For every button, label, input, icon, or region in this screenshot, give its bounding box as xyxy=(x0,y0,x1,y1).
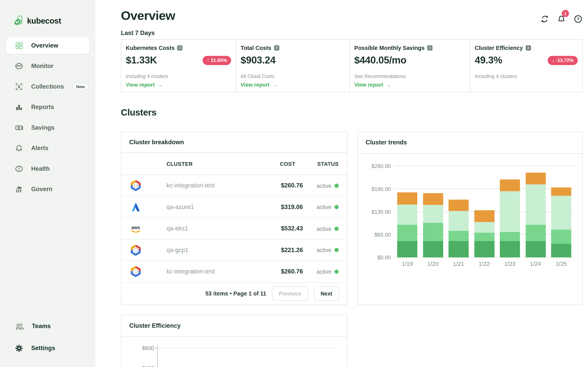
x-axis-tick-label: 1/21 xyxy=(449,260,469,267)
view-report-link[interactable]: View report→ xyxy=(241,82,345,88)
stat-card-title: Possible Monthly Savings xyxy=(354,44,425,51)
pagination: 53 items • Page 1 of 11 Previous Next xyxy=(121,283,347,305)
segment-dark-green xyxy=(449,241,469,257)
x-axis-tick-label: 1/24 xyxy=(526,260,546,267)
segment-dark-green xyxy=(423,241,443,257)
column-header-cost[interactable]: COST xyxy=(267,161,303,167)
refresh-icon[interactable] xyxy=(540,15,549,24)
segment-medium-green xyxy=(551,230,571,244)
column-header-cluster[interactable]: CLUSTER xyxy=(158,161,267,167)
arrow-right-icon: → xyxy=(386,82,391,88)
table-row[interactable]: qa-azure1 $319.06 active xyxy=(121,196,347,218)
segment-orange xyxy=(474,210,494,222)
next-page-button[interactable]: Next xyxy=(314,286,339,301)
stacked-bar-1-20 xyxy=(423,193,443,257)
sidebar-item-label: Govern xyxy=(31,186,52,193)
table-row[interactable]: qa-gcp1 $221.26 active xyxy=(121,240,347,261)
table-row[interactable]: kc-integration-test $260.76 active xyxy=(121,261,347,282)
y-axis-tick-label: $130.00 xyxy=(372,209,391,215)
segment-dark-green xyxy=(551,244,571,258)
efficiency-y-axis xyxy=(157,345,158,367)
sidebar: kubecost OverviewMonitor$CollectionsNewR… xyxy=(0,0,95,367)
stat-card-subtext: All Cloud Costs xyxy=(241,74,345,79)
status-cell: active xyxy=(303,225,339,232)
sidebar-item-label: Reports xyxy=(31,104,54,111)
svg-text:$: $ xyxy=(18,84,20,89)
table-row[interactable]: aws qa-eks1 $532.43 active xyxy=(121,218,347,240)
segment-light-green xyxy=(500,191,520,232)
sidebar-nav: OverviewMonitor$CollectionsNewReportsSav… xyxy=(0,37,95,201)
topbar: Overview 1 xyxy=(121,9,582,24)
segment-medium-green xyxy=(397,225,417,241)
sidebar-item-overview[interactable]: Overview xyxy=(6,37,89,54)
status-cell: active xyxy=(303,268,339,275)
info-icon[interactable]: i xyxy=(526,45,531,50)
cost-cell: $319.06 xyxy=(267,204,303,211)
stat-card-title: Cluster Efficiency xyxy=(475,44,523,51)
sidebar-item-monitor[interactable]: Monitor xyxy=(6,58,89,75)
segment-dark-green xyxy=(526,241,546,257)
x-axis-tick-label: 1/19 xyxy=(397,260,417,267)
brand-logo[interactable]: kubecost xyxy=(0,15,95,26)
status-cell: active xyxy=(303,182,339,189)
reports-icon xyxy=(15,103,24,112)
table-body: kc-integration-test $260.76 active qa-az… xyxy=(121,175,347,283)
x-axis-tick-label: 1/22 xyxy=(474,260,494,267)
previous-page-button[interactable]: Previous xyxy=(272,286,308,301)
stat-card-value: $1.33K xyxy=(126,54,157,66)
segment-medium-green xyxy=(474,233,494,241)
segment-light-green xyxy=(397,205,417,225)
cluster-name-cell: kc-integration-test xyxy=(158,268,267,275)
column-header-status[interactable]: STATUS xyxy=(303,161,339,167)
x-axis-tick-label: 1/25 xyxy=(551,260,571,267)
sidebar-item-settings[interactable]: Settings xyxy=(6,340,89,357)
view-report-link[interactable]: View report→ xyxy=(354,82,465,88)
cost-cell: $260.76 xyxy=(267,182,303,189)
sidebar-item-label: Alerts xyxy=(31,145,49,152)
sidebar-item-reports[interactable]: Reports xyxy=(6,99,89,116)
segment-dark-green xyxy=(397,241,417,257)
segment-light-green xyxy=(449,211,469,231)
sidebar-item-teams[interactable]: Teams xyxy=(6,318,89,334)
gcp-provider-icon xyxy=(121,180,158,192)
page-title: Overview xyxy=(121,9,175,22)
sidebar-item-health[interactable]: Health xyxy=(6,160,89,177)
efficiency-ytick-450: $450 xyxy=(124,365,154,367)
arrow-right-icon: → xyxy=(157,82,163,88)
sidebar-item-govern[interactable]: Govern xyxy=(6,181,89,198)
status-cell: active xyxy=(303,247,339,253)
delta-badge: ↓-13.72% xyxy=(548,56,578,65)
cluster-efficiency-title: Cluster Efficiency xyxy=(129,322,181,329)
cluster-breakdown-panel: Cluster breakdown CLUSTER COST STATUS kc… xyxy=(121,132,347,305)
sidebar-item-label: Health xyxy=(31,166,50,172)
sidebar-item-savings[interactable]: Savings xyxy=(6,119,89,136)
sidebar-item-collections[interactable]: $CollectionsNew xyxy=(6,78,89,95)
svg-text:aws: aws xyxy=(131,225,140,230)
view-report-link[interactable]: View report→ xyxy=(126,82,231,88)
topbar-actions: 1 ? xyxy=(540,15,583,24)
help-icon[interactable]: ? xyxy=(573,15,582,24)
info-icon[interactable]: i xyxy=(427,45,433,50)
info-icon[interactable]: i xyxy=(177,45,183,50)
segment-orange xyxy=(423,193,443,205)
main-content: Overview 1 xyxy=(95,0,588,367)
notifications-bell-icon[interactable]: 1 xyxy=(557,15,566,24)
stat-card-total-costs: Total Costs i $903.24 All Cloud Costs Vi… xyxy=(236,40,349,92)
stacked-bar-1-23 xyxy=(500,180,520,258)
notification-count-badge: 1 xyxy=(562,10,569,17)
stacked-bar-1-22 xyxy=(474,210,494,257)
stat-card-possible-monthly-savings: Possible Monthly Savings i $440.05/mo Se… xyxy=(349,40,470,92)
info-icon[interactable]: i xyxy=(274,45,279,50)
segment-medium-green xyxy=(500,232,520,241)
clusters-heading: Clusters xyxy=(121,107,582,118)
stat-card-kubernetes-costs: Kubernetes Costs i $1.33K ↑21.65% Includ… xyxy=(121,40,236,92)
app-window: kubecost OverviewMonitor$CollectionsNewR… xyxy=(0,0,588,367)
brand-name: kubecost xyxy=(27,16,61,25)
arrow-up-icon: ↑ xyxy=(207,58,209,63)
stat-card-value: 49.3% xyxy=(475,54,502,66)
pagination-summary: 53 items • Page 1 of 11 xyxy=(205,290,266,297)
arrow-right-icon: → xyxy=(272,82,278,88)
sidebar-item-alerts[interactable]: Alerts xyxy=(6,140,89,157)
svg-text:?: ? xyxy=(577,17,580,22)
table-row[interactable]: kc-integration-test $260.76 active xyxy=(121,175,347,196)
